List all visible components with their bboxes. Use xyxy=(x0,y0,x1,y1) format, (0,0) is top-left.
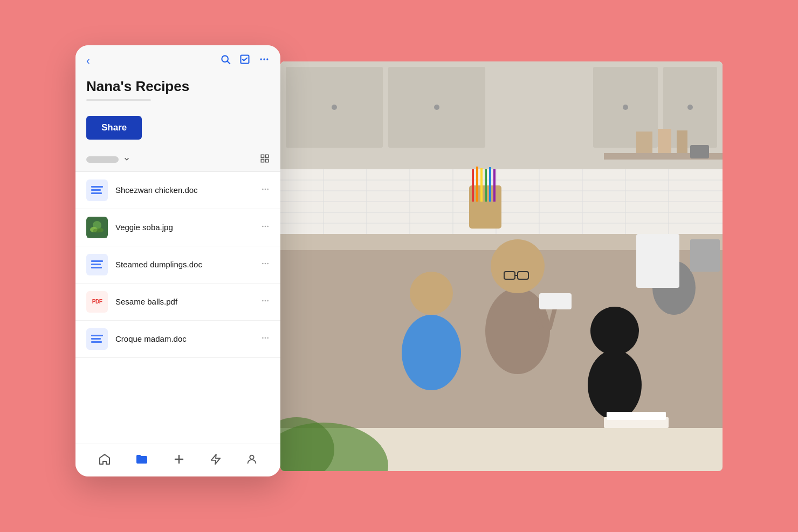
svg-point-70 xyxy=(262,188,264,190)
svg-rect-58 xyxy=(677,130,687,153)
more-icon[interactable] xyxy=(259,54,270,67)
svg-point-64 xyxy=(263,58,265,60)
title-area: Nana's Recipes xyxy=(75,72,280,109)
svg-point-65 xyxy=(266,58,268,60)
kitchen-photo xyxy=(280,61,723,471)
svg-point-7 xyxy=(434,105,439,110)
file-more-icon[interactable] xyxy=(257,334,270,344)
bottom-nav xyxy=(75,444,280,476)
checkbox-icon[interactable] xyxy=(239,54,250,67)
file-icon-doc xyxy=(86,328,108,350)
filter-row xyxy=(75,148,280,172)
svg-point-77 xyxy=(93,229,101,233)
file-item[interactable]: Shcezwan chicken.doc xyxy=(75,172,280,209)
svg-point-40 xyxy=(402,315,461,390)
svg-point-9 xyxy=(687,105,693,110)
scene: ‹ xyxy=(75,29,723,503)
svg-point-8 xyxy=(623,105,628,110)
svg-rect-56 xyxy=(636,132,652,153)
file-name: Croque madam.doc xyxy=(115,334,257,343)
svg-rect-30 xyxy=(480,168,483,202)
svg-point-78 xyxy=(262,225,264,227)
svg-point-81 xyxy=(262,262,264,264)
nav-profile[interactable] xyxy=(242,451,262,468)
nav-lightning[interactable] xyxy=(205,451,226,468)
filter-left xyxy=(86,155,130,164)
grid-view-icon[interactable] xyxy=(260,154,270,166)
file-name: Veggie soba.jpg xyxy=(115,223,257,232)
nav-home[interactable] xyxy=(94,451,115,468)
svg-rect-68 xyxy=(261,159,264,162)
file-item[interactable]: Croque madam.doc xyxy=(75,321,280,358)
svg-point-83 xyxy=(267,262,269,264)
back-button[interactable]: ‹ xyxy=(86,54,90,67)
mobile-card: ‹ xyxy=(75,45,280,476)
svg-point-86 xyxy=(267,300,269,301)
svg-rect-29 xyxy=(476,167,478,202)
svg-rect-32 xyxy=(489,167,491,202)
svg-rect-52 xyxy=(690,239,720,272)
file-icon-doc xyxy=(86,179,108,201)
file-more-icon[interactable] xyxy=(257,296,270,307)
pdf-label: PDF xyxy=(92,299,102,305)
svg-rect-28 xyxy=(472,169,474,202)
file-list: Shcezwan chicken.doc xyxy=(75,172,280,444)
svg-rect-57 xyxy=(658,129,671,153)
svg-marker-92 xyxy=(211,454,221,464)
svg-point-35 xyxy=(491,239,545,293)
file-icon-img xyxy=(86,217,108,238)
file-icon-doc xyxy=(86,254,108,275)
svg-line-61 xyxy=(228,61,230,64)
svg-point-6 xyxy=(332,105,337,110)
file-name: Steamed dumplings.doc xyxy=(115,260,257,269)
svg-rect-69 xyxy=(266,159,269,162)
svg-point-87 xyxy=(262,337,264,338)
file-item[interactable]: PDF Sesame balls.pdf xyxy=(75,284,280,321)
search-icon[interactable] xyxy=(220,54,231,67)
file-more-icon[interactable] xyxy=(257,185,270,196)
svg-rect-48 xyxy=(607,412,666,420)
top-actions xyxy=(220,54,270,67)
svg-rect-33 xyxy=(493,169,496,202)
svg-rect-51 xyxy=(636,234,679,288)
svg-point-79 xyxy=(265,225,266,227)
svg-rect-59 xyxy=(690,145,709,158)
svg-point-85 xyxy=(265,300,266,301)
svg-point-84 xyxy=(262,300,264,301)
svg-rect-67 xyxy=(266,155,269,157)
svg-point-42 xyxy=(588,350,642,420)
svg-point-39 xyxy=(410,272,453,315)
file-name: Shcezwan chicken.doc xyxy=(115,185,257,195)
nav-add[interactable] xyxy=(168,451,190,468)
svg-rect-66 xyxy=(261,155,264,157)
file-item[interactable]: Steamed dumplings.doc xyxy=(75,246,280,284)
svg-point-93 xyxy=(250,455,253,459)
filter-pill xyxy=(86,156,119,163)
svg-point-88 xyxy=(265,337,266,338)
file-name: Sesame balls.pdf xyxy=(115,297,257,306)
svg-rect-31 xyxy=(485,169,487,202)
file-more-icon[interactable] xyxy=(257,222,270,233)
chevron-down-icon[interactable] xyxy=(123,155,130,164)
svg-point-80 xyxy=(267,225,269,227)
file-icon-pdf: PDF xyxy=(86,291,108,313)
file-more-icon[interactable] xyxy=(257,259,270,270)
share-button[interactable]: Share xyxy=(86,116,142,140)
top-bar: ‹ xyxy=(75,45,280,72)
svg-point-63 xyxy=(260,58,262,60)
title-underline xyxy=(86,99,151,101)
svg-rect-45 xyxy=(539,293,572,309)
svg-point-41 xyxy=(590,307,639,355)
svg-point-82 xyxy=(265,262,266,264)
svg-point-71 xyxy=(265,188,266,190)
folder-title: Nana's Recipes xyxy=(86,78,270,95)
svg-point-72 xyxy=(267,188,269,190)
nav-folder[interactable] xyxy=(131,451,153,468)
share-section: Share xyxy=(75,109,280,148)
file-item[interactable]: Veggie soba.jpg xyxy=(75,209,280,246)
svg-point-89 xyxy=(267,337,269,338)
